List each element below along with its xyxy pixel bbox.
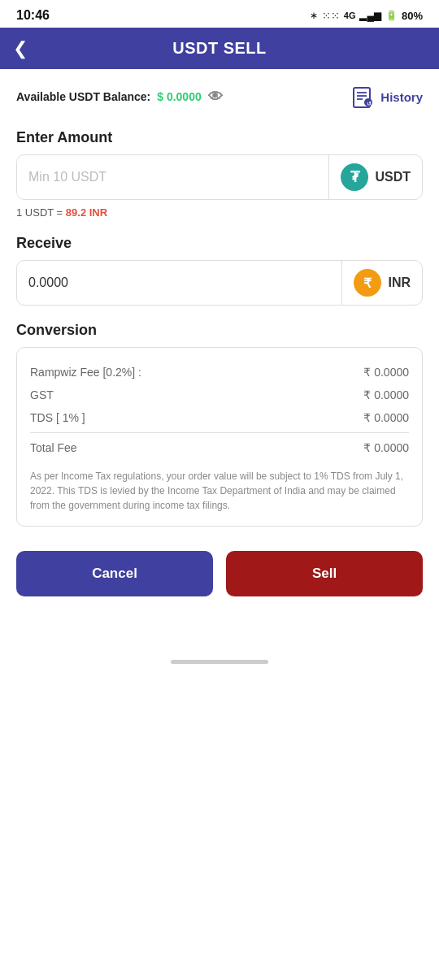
balance-info: Available USDT Balance: $ 0.0000 👁 bbox=[16, 89, 223, 106]
bars-icon: ▂▄▆ bbox=[359, 10, 381, 21]
status-bar: 10:46 ∗ ⁙⁙ 4G ▂▄▆ 🔋 80% bbox=[0, 0, 439, 28]
bluetooth-icon: ∗ bbox=[310, 10, 318, 21]
eye-icon[interactable]: 👁 bbox=[208, 89, 223, 106]
receive-input bbox=[17, 262, 341, 303]
signal-icon: ⁙⁙ bbox=[322, 10, 340, 22]
amount-input[interactable] bbox=[17, 157, 328, 197]
rate-text: 1 USDT = 89.2 INR bbox=[16, 206, 423, 219]
history-label: History bbox=[380, 90, 423, 104]
main-content: Available USDT Balance: $ 0.0000 👁 ↺ His… bbox=[0, 69, 439, 635]
enter-amount-label: Enter Amount bbox=[16, 129, 423, 146]
home-indicator-area bbox=[0, 635, 439, 684]
usdt-icon: ₮ bbox=[341, 163, 368, 191]
receive-label: Receive bbox=[16, 235, 423, 252]
header: ❮ USDT SELL bbox=[0, 28, 439, 69]
receive-section: Receive ₹ INR bbox=[16, 235, 423, 306]
sell-button[interactable]: Sell bbox=[226, 551, 423, 596]
gst-value: ₹ 0.0000 bbox=[363, 388, 409, 401]
rampwiz-fee-value: ₹ 0.0000 bbox=[363, 366, 409, 379]
svg-text:↺: ↺ bbox=[367, 101, 372, 106]
balance-row: Available USDT Balance: $ 0.0000 👁 ↺ His… bbox=[16, 84, 423, 110]
rampwiz-fee-row: Rampwiz Fee [0.2%] : ₹ 0.0000 bbox=[30, 361, 409, 384]
total-fee-label: Total Fee bbox=[30, 441, 77, 454]
enter-amount-section: Enter Amount ₮ USDT 1 USDT = 89.2 INR bbox=[16, 129, 423, 219]
status-icons: ∗ ⁙⁙ 4G ▂▄▆ 🔋 80% bbox=[310, 10, 423, 22]
gst-row: GST ₹ 0.0000 bbox=[30, 384, 409, 406]
battery-percent: 80% bbox=[402, 10, 423, 22]
status-time: 10:46 bbox=[16, 8, 50, 23]
inr-label: INR bbox=[388, 275, 411, 290]
cancel-button[interactable]: Cancel bbox=[16, 551, 213, 596]
tds-value: ₹ 0.0000 bbox=[363, 411, 409, 424]
rampwiz-fee-label: Rampwiz Fee [0.2%] : bbox=[30, 366, 141, 379]
rate-value: 89.2 INR bbox=[66, 206, 107, 219]
back-button[interactable]: ❮ bbox=[13, 38, 28, 59]
history-button[interactable]: ↺ History bbox=[350, 84, 423, 110]
history-icon: ↺ bbox=[350, 84, 376, 110]
network-icon: 4G bbox=[344, 11, 356, 20]
battery-icon: 🔋 bbox=[385, 10, 398, 21]
inr-icon: ₹ bbox=[354, 269, 381, 297]
home-indicator bbox=[0, 635, 439, 664]
page-title: USDT SELL bbox=[13, 39, 426, 58]
amount-input-row: ₮ USDT bbox=[16, 154, 423, 200]
gst-label: GST bbox=[30, 388, 54, 401]
conversion-label: Conversion bbox=[16, 322, 423, 339]
action-buttons: Cancel Sell bbox=[16, 551, 423, 596]
home-bar bbox=[171, 660, 268, 664]
usdt-label: USDT bbox=[375, 170, 411, 184]
balance-amount: $ 0.0000 bbox=[157, 90, 202, 103]
tds-row: TDS [ 1% ] ₹ 0.0000 bbox=[30, 406, 409, 429]
tds-label: TDS [ 1% ] bbox=[30, 411, 85, 424]
conversion-box: Rampwiz Fee [0.2%] : ₹ 0.0000 GST ₹ 0.00… bbox=[16, 347, 423, 527]
receive-input-row: ₹ INR bbox=[16, 260, 423, 306]
usdt-badge: ₮ USDT bbox=[328, 155, 422, 199]
inr-badge: ₹ INR bbox=[341, 261, 422, 305]
tds-note: As per Income Tax regulations, your orde… bbox=[30, 469, 409, 513]
balance-label: Available USDT Balance: bbox=[16, 90, 150, 103]
conversion-section: Conversion Rampwiz Fee [0.2%] : ₹ 0.0000… bbox=[16, 322, 423, 527]
total-fee-value: ₹ 0.0000 bbox=[363, 441, 409, 454]
total-fee-row: Total Fee ₹ 0.0000 bbox=[30, 432, 409, 459]
